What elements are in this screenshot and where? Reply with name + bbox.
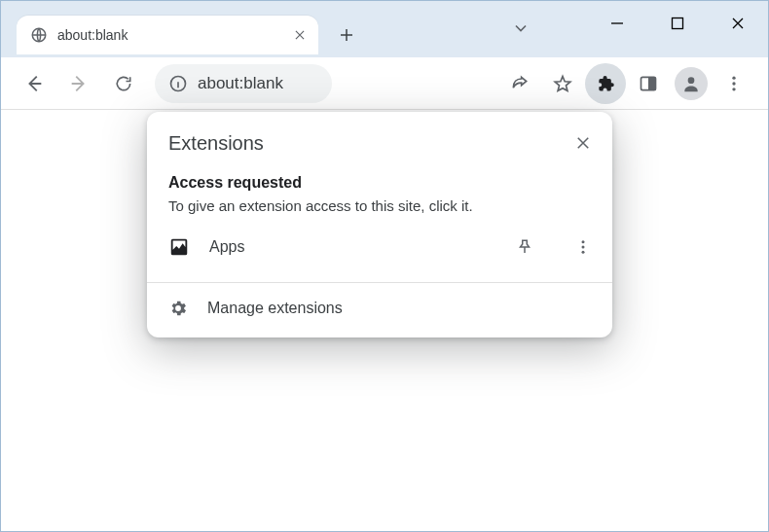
tab-search-button[interactable] — [511, 18, 531, 38]
toolbar-actions — [499, 63, 754, 104]
svg-point-6 — [732, 76, 735, 79]
svg-point-10 — [582, 246, 585, 249]
svg-point-9 — [582, 240, 585, 243]
svg-rect-4 — [649, 77, 656, 89]
side-panel-button[interactable] — [628, 63, 669, 104]
site-info-icon[interactable] — [168, 74, 188, 93]
svg-rect-1 — [673, 18, 683, 29]
popup-section-title: Access requested — [168, 174, 591, 192]
popup-title: Extensions — [168, 132, 568, 155]
popup-section-body: To give an extension access to this site… — [168, 197, 591, 214]
bookmark-button[interactable] — [542, 63, 583, 104]
svg-point-8 — [732, 88, 735, 90]
new-tab-button[interactable] — [330, 18, 363, 52]
omnibox[interactable] — [155, 64, 332, 103]
manage-extensions-button[interactable]: Manage extensions — [147, 283, 612, 334]
apps-extension-icon — [168, 236, 190, 258]
extension-row[interactable]: Apps — [147, 214, 612, 282]
extensions-button[interactable] — [585, 63, 626, 104]
window-controls — [587, 1, 768, 46]
svg-point-7 — [732, 82, 735, 85]
extension-menu-button[interactable] — [564, 228, 603, 266]
svg-point-11 — [582, 251, 585, 254]
svg-point-5 — [688, 77, 695, 84]
browser-tab[interactable]: about:blank — [17, 16, 318, 54]
reload-button[interactable] — [104, 64, 143, 103]
tab-close-button[interactable] — [291, 26, 309, 44]
profile-button[interactable] — [675, 67, 708, 100]
tabstrip: about:blank — [1, 13, 363, 57]
popup-close-button[interactable] — [568, 127, 599, 159]
globe-icon — [30, 26, 48, 44]
titlebar: about:blank — [1, 1, 768, 57]
chrome-menu-button[interactable] — [714, 63, 754, 104]
window-close-button[interactable] — [708, 1, 768, 46]
gear-icon — [168, 299, 188, 318]
url-input[interactable] — [198, 74, 318, 93]
share-button[interactable] — [499, 63, 540, 104]
forward-button[interactable] — [59, 64, 98, 103]
page-content: Extensions Access requested To give an e… — [1, 110, 768, 531]
back-button[interactable] — [15, 64, 54, 103]
manage-extensions-label: Manage extensions — [207, 300, 343, 317]
extensions-popup: Extensions Access requested To give an e… — [147, 112, 612, 337]
extension-name: Apps — [209, 238, 486, 256]
window-maximize-button[interactable] — [647, 1, 708, 46]
tab-title: about:blank — [57, 27, 281, 43]
toolbar — [1, 57, 768, 110]
pin-extension-button[interactable] — [505, 228, 544, 266]
window-minimize-button[interactable] — [587, 1, 647, 46]
